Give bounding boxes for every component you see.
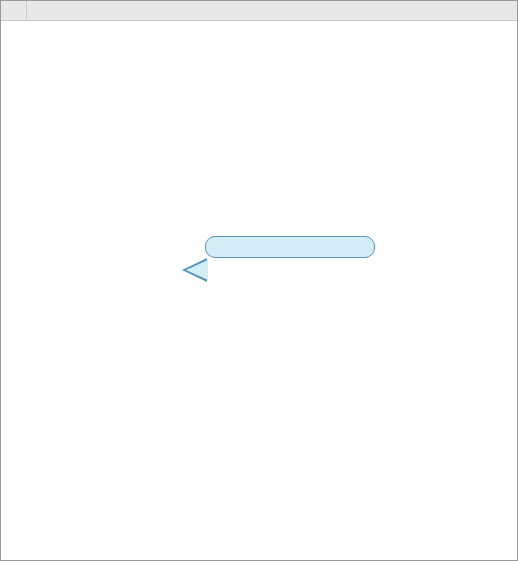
select-all-corner[interactable] bbox=[1, 1, 27, 20]
column-headers bbox=[1, 1, 517, 21]
help-callout bbox=[205, 236, 375, 258]
callout-tail-fill bbox=[186, 260, 208, 280]
